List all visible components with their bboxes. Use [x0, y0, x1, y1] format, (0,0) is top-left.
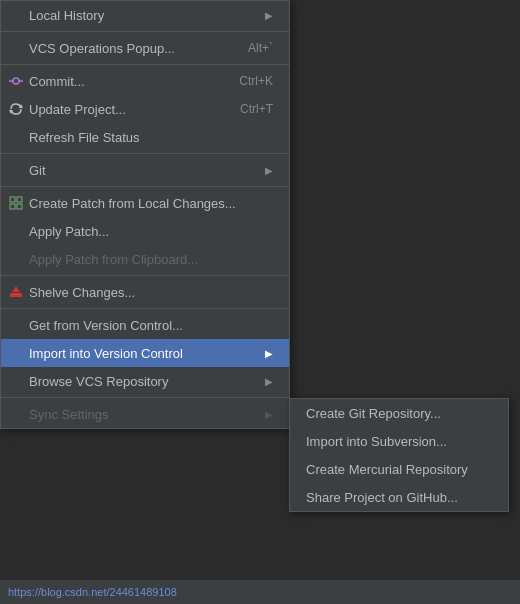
share-github-label: Share Project on GitHub... [306, 490, 458, 505]
arrow-icon: ▶ [265, 10, 273, 21]
menu-item-import-vcs[interactable]: Import into Version Control ▶ [1, 339, 289, 367]
separator-4 [1, 186, 289, 187]
commit-shortcut: Ctrl+K [219, 74, 273, 88]
refresh-label: Refresh File Status [29, 130, 140, 145]
menu-item-get-from-vcs[interactable]: Get from Version Control... [1, 311, 289, 339]
commit-label: Commit... [29, 74, 85, 89]
menu-item-refresh-file-status[interactable]: Refresh File Status [1, 123, 289, 151]
svg-rect-9 [10, 293, 22, 297]
svg-marker-10 [12, 286, 20, 292]
submenu-item-create-mercurial[interactable]: Create Mercurial Repository [290, 455, 508, 483]
browse-vcs-arrow-icon: ▶ [265, 376, 273, 387]
separator-3 [1, 153, 289, 154]
apply-patch-label: Apply Patch... [29, 224, 109, 239]
update-icon [7, 102, 25, 116]
sync-settings-label: Sync Settings [29, 407, 109, 422]
menu-item-git[interactable]: Git ▶ [1, 156, 289, 184]
vcs-operations-label: VCS Operations Popup... [29, 41, 175, 56]
submenu-import-vcs: Create Git Repository... Import into Sub… [289, 398, 509, 512]
separator-2 [1, 64, 289, 65]
menu-item-apply-patch[interactable]: Apply Patch... [1, 217, 289, 245]
menu-item-sync-settings: Sync Settings ▶ [1, 400, 289, 428]
submenu-item-import-subversion[interactable]: Import into Subversion... [290, 427, 508, 455]
git-label: Git [29, 163, 46, 178]
create-mercurial-label: Create Mercurial Repository [306, 462, 468, 477]
menu-item-update-project[interactable]: Update Project... Ctrl+T [1, 95, 289, 123]
menu-item-create-patch[interactable]: Create Patch from Local Changes... [1, 189, 289, 217]
create-git-label: Create Git Repository... [306, 406, 441, 421]
local-history-label: Local History [29, 8, 104, 23]
apply-patch-clipboard-label: Apply Patch from Clipboard... [29, 252, 198, 267]
import-svn-label: Import into Subversion... [306, 434, 447, 449]
menu-item-local-history[interactable]: Local History ▶ [1, 1, 289, 29]
separator-1 [1, 31, 289, 32]
svg-rect-8 [17, 204, 22, 209]
sync-arrow-icon: ▶ [265, 409, 273, 420]
import-vcs-label: Import into Version Control [29, 346, 183, 361]
menu-item-vcs-operations[interactable]: VCS Operations Popup... Alt+` [1, 34, 289, 62]
get-vcs-label: Get from Version Control... [29, 318, 183, 333]
patch-icon [7, 196, 25, 210]
svg-rect-5 [10, 197, 15, 202]
submenu-item-share-github[interactable]: Share Project on GitHub... [290, 483, 508, 511]
svg-rect-6 [17, 197, 22, 202]
menu-item-browse-vcs[interactable]: Browse VCS Repository ▶ [1, 367, 289, 395]
separator-5 [1, 275, 289, 276]
menu-item-apply-patch-clipboard: Apply Patch from Clipboard... [1, 245, 289, 273]
svg-rect-7 [10, 204, 15, 209]
separator-6 [1, 308, 289, 309]
menu-item-shelve-changes[interactable]: Shelve Changes... [1, 278, 289, 306]
submenu-item-create-git[interactable]: Create Git Repository... [290, 399, 508, 427]
update-label: Update Project... [29, 102, 126, 117]
menu-item-commit[interactable]: Commit... Ctrl+K [1, 67, 289, 95]
update-shortcut: Ctrl+T [220, 102, 273, 116]
vcs-shortcut: Alt+` [228, 41, 273, 55]
git-arrow-icon: ▶ [265, 165, 273, 176]
status-url: https://blog.csdn.net/24461489108 [8, 586, 177, 598]
status-bar: https://blog.csdn.net/24461489108 [0, 580, 520, 604]
separator-7 [1, 397, 289, 398]
create-patch-label: Create Patch from Local Changes... [29, 196, 236, 211]
import-vcs-arrow-icon: ▶ [265, 348, 273, 359]
context-menu: Local History ▶ VCS Operations Popup... … [0, 0, 290, 429]
commit-icon [7, 74, 25, 88]
browse-vcs-label: Browse VCS Repository [29, 374, 168, 389]
shelve-label: Shelve Changes... [29, 285, 135, 300]
shelve-icon [7, 285, 25, 299]
svg-point-0 [13, 78, 19, 84]
